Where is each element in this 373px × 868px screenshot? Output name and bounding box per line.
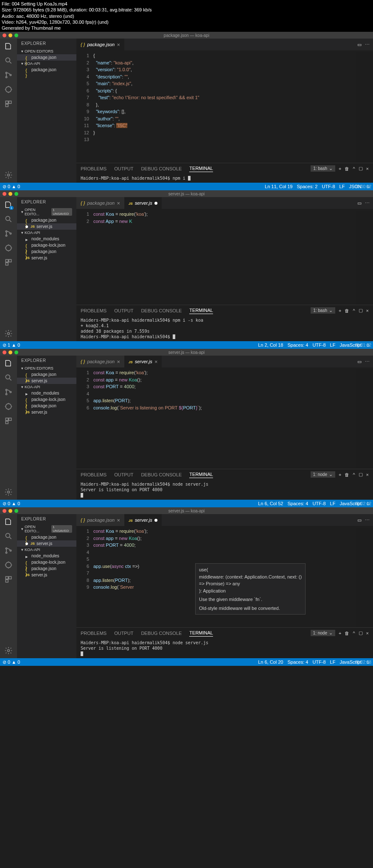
file-tree-item[interactable]: { }package.json [17,67,76,73]
panel-tab-output[interactable]: OUTPUT [114,307,133,314]
close-window-icon[interactable] [3,33,6,37]
panel-tab-output[interactable]: OUTPUT [114,630,133,637]
close-window-icon[interactable] [3,351,6,354]
problems-indicator[interactable]: ⊘ 0 ▲ 0 [3,501,20,506]
close-panel-icon[interactable]: × [366,472,369,477]
more-icon[interactable]: ⋯ [365,200,370,206]
new-terminal-icon[interactable]: + [339,166,341,171]
minimize-window-icon[interactable] [8,192,12,196]
panel-tab-problems[interactable]: PROBLEMS [81,471,107,478]
file-tree-item[interactable]: JSserver.js [17,255,76,261]
panel-tab-terminal[interactable]: TERMINAL [189,307,213,314]
status-item[interactable]: Ln 6, Col 52 [258,501,283,506]
panel-tab-problems[interactable]: PROBLEMS [81,630,107,637]
maximize-window-icon[interactable] [14,33,18,37]
search-icon[interactable] [4,532,13,540]
extensions-icon[interactable] [4,258,13,267]
panel-tab-debug console[interactable]: DEBUG CONSOLE [141,630,182,637]
problems-indicator[interactable]: ⊘ 0 ▲ 0 [3,184,20,189]
problems-indicator[interactable]: ⊘ 0 ▲ 0 [3,659,20,665]
search-icon[interactable] [4,215,13,223]
code-area[interactable]: 123456789 const Koa = require('koa'); co… [76,526,373,627]
close-panel-icon[interactable]: × [366,166,369,171]
close-icon[interactable]: × [117,200,120,206]
code-area[interactable]: 12345678910111213 { "name": "koa-api", "… [76,50,373,163]
open-editors-header[interactable]: OPEN EDITORS [17,48,76,54]
code-lines[interactable]: const Koa = require('koa'); const app = … [93,369,356,469]
status-item[interactable]: UTF-8 [312,659,325,665]
kill-terminal-icon[interactable]: 🗑 [345,308,349,313]
status-item[interactable]: UTF-8 [322,184,335,189]
new-terminal-icon[interactable]: + [339,631,341,636]
maximize-panel-icon[interactable]: ▢ [359,166,363,171]
panel-tab-problems[interactable]: PROBLEMS [81,307,107,314]
kill-terminal-icon[interactable]: 🗑 [345,472,349,477]
debug-icon[interactable] [4,85,13,94]
close-window-icon[interactable] [3,509,6,513]
status-item[interactable]: UTF-8 [312,342,325,348]
files-icon[interactable]: 1 [4,200,13,209]
panel-tab-terminal[interactable]: TERMINAL [189,165,213,172]
file-tree-item[interactable]: { }package.json [17,248,76,255]
files-icon[interactable] [4,359,13,367]
files-icon[interactable] [4,517,13,526]
terminal-output[interactable]: Haiders-MBP:koa-api haidermalik504$ node… [76,480,373,500]
git-icon[interactable] [4,71,13,79]
panel-tab-output[interactable]: OUTPUT [114,165,133,172]
terminal-selector[interactable]: 1: node ⌄ [311,630,335,636]
gear-icon[interactable] [4,329,13,338]
maximize-window-icon[interactable] [14,351,18,354]
search-icon[interactable] [4,56,13,65]
more-icon[interactable]: ⋯ [365,359,370,364]
status-item[interactable]: Spaces: 4 [287,659,308,665]
minimap[interactable] [356,369,373,469]
code-area[interactable]: 123456 const Koa = require('koa'); const… [76,367,373,469]
code-area[interactable]: 12 const Koa = require('koa'); const App… [76,209,373,305]
minimap[interactable] [356,52,373,163]
open-editor-item[interactable]: { }package.json [17,217,76,223]
new-terminal-icon[interactable]: + [339,308,341,313]
split-editor-icon[interactable]: ▭ [357,517,362,523]
file-tree-item[interactable]: JSserver.js [17,572,76,578]
minimap[interactable] [356,211,373,305]
status-item[interactable]: LF [339,184,345,189]
status-item[interactable]: Ln 11, Col 19 [265,184,292,189]
more-icon[interactable]: ⋯ [365,42,370,47]
search-icon[interactable] [4,373,13,382]
file-tree-item[interactable]: { }package-lock.json [17,242,76,248]
project-header[interactable]: KOA-API [17,230,76,236]
file-tree-item[interactable]: { }package-lock.json [17,559,76,565]
panel-tab-output[interactable]: OUTPUT [114,471,133,478]
status-item[interactable]: Ln 2, Col 18 [258,342,283,348]
panel-tab-debug console[interactable]: DEBUG CONSOLE [141,307,182,314]
terminal-selector[interactable]: 1: bash ⌄ [311,165,335,172]
open-editor-item[interactable]: { }package.json [17,371,76,378]
open-editors-header[interactable]: OPEN EDITO... 1 UNSAVED [17,524,76,534]
code-lines[interactable]: const Koa = require('koa'); const App = … [93,211,356,305]
panel-tab-terminal[interactable]: TERMINAL [189,629,213,637]
terminal-output[interactable]: Haiders-MBP:koa-api haidermalik504$ npm … [76,174,373,183]
terminal-selector[interactable]: 1: bash ⌄ [311,307,335,314]
close-panel-icon[interactable]: × [366,308,369,313]
split-editor-icon[interactable]: ▭ [357,200,362,206]
new-terminal-icon[interactable]: + [339,472,341,477]
project-header[interactable]: KOA-API [17,384,76,390]
close-icon[interactable]: × [117,42,120,48]
tab-package.json[interactable]: { }package.json× [76,356,124,367]
extensions-icon[interactable] [4,100,13,108]
minimap[interactable] [356,528,373,627]
panel-tab-debug console[interactable]: DEBUG CONSOLE [141,165,182,172]
terminal-output[interactable]: Haiders-MBP:koa-api haidermalik504$ npm … [76,316,373,341]
gear-icon[interactable] [4,646,13,655]
code-lines[interactable]: { "name": "koa-api", "version": "1.0.0",… [93,52,356,163]
maximize-panel-icon[interactable]: ▢ [359,472,363,477]
close-window-icon[interactable] [3,192,6,196]
panel-tab-problems[interactable]: PROBLEMS [81,165,107,172]
chevron-up-icon[interactable]: ^ [353,166,355,171]
debug-icon[interactable] [4,244,13,252]
status-item[interactable]: Spaces: 4 [287,342,308,348]
file-tree-item[interactable]: ▸node_modules [17,553,76,559]
status-item[interactable]: Spaces: 2 [297,184,317,189]
open-editor-item[interactable]: { }package.json [17,54,76,61]
gear-icon[interactable] [4,171,13,179]
